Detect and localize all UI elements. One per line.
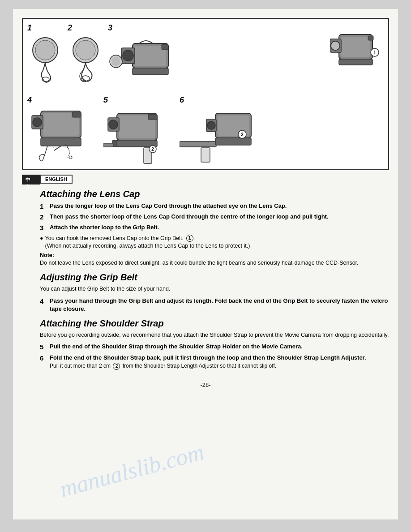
shoulder-strap-title: Attaching the Shoulder Strap xyxy=(40,318,389,329)
diagram-item-4: 4 ← → ↺ xyxy=(27,95,99,165)
step-num-2: 2 xyxy=(40,213,47,221)
svg-text:←: ← xyxy=(52,143,58,150)
lens-cap-step-2: 2 Then pass the shorter loop of the Lens… xyxy=(40,213,389,221)
diagram-svg-6: 2 xyxy=(180,107,269,165)
svg-rect-48 xyxy=(215,138,251,145)
svg-point-27 xyxy=(33,118,42,127)
diagram-svg-top-right: 1 xyxy=(330,23,384,77)
svg-point-4 xyxy=(76,40,95,60)
svg-rect-16 xyxy=(341,37,370,57)
svg-point-37 xyxy=(109,120,118,129)
lens-cap-step-1: 1 Pass the longer loop of the Lens Cap C… xyxy=(40,202,389,210)
svg-text:2: 2 xyxy=(241,132,244,137)
diagram-label-6: 6 xyxy=(180,95,184,105)
diagram-item-2: 2 xyxy=(68,23,103,84)
svg-rect-14 xyxy=(162,44,168,50)
lens-cap-bullet-1: ● You can hook the removed Lens Cap onto… xyxy=(40,235,389,250)
svg-point-53 xyxy=(207,121,215,129)
diagram-label-4: 4 xyxy=(27,95,32,105)
svg-rect-13 xyxy=(133,68,168,75)
diagram-item-6: 6 2 xyxy=(180,95,269,165)
svg-rect-29 xyxy=(41,138,81,146)
diagram-svg-4: ← → ↺ xyxy=(27,107,99,165)
note-text: Do not leave the Lens exposed to direct … xyxy=(40,259,389,267)
step-text-1: Pass the longer loop of the Lens Cap Cor… xyxy=(50,202,287,210)
step-num-6: 6 xyxy=(40,354,47,362)
note-label: Note: xyxy=(40,252,389,258)
watermark: manualslib.com xyxy=(57,438,207,502)
svg-rect-23 xyxy=(339,59,372,65)
lens-cap-bullet-text-1: You can hook the removed Lens Cap onto t… xyxy=(45,235,250,250)
right-column: ENGLISH Attaching the Lens Cap 1 Pass th… xyxy=(40,175,389,373)
svg-rect-38 xyxy=(148,114,157,120)
svg-point-1 xyxy=(35,40,55,60)
diagram-label-1: 1 xyxy=(27,23,32,33)
step-text-2: Then pass the shorter loop of the Lens C… xyxy=(50,213,329,221)
diagram-label-5: 5 xyxy=(103,95,108,105)
svg-rect-41 xyxy=(103,143,113,147)
step-num-3: 3 xyxy=(40,224,47,232)
diagram-svg-5: 2 xyxy=(103,107,175,165)
header-tags: ENGLISH xyxy=(40,175,389,184)
circle-1: 1 xyxy=(186,235,193,242)
svg-point-19 xyxy=(331,41,340,50)
page-number: -28- xyxy=(22,382,389,388)
shoulder-strap-step-6: 6 Fold the end of the Shoulder Strap bac… xyxy=(40,354,389,370)
diagram-svg-2 xyxy=(68,34,103,84)
svg-rect-20 xyxy=(368,36,373,40)
step-num-1: 1 xyxy=(40,202,47,210)
diagram-item-3: 3 xyxy=(108,23,180,88)
diagram-svg-3 xyxy=(108,34,180,88)
step-text-6: Fold the end of the Shoulder Strap back,… xyxy=(50,354,366,370)
step-text-5: Pull the end of the Shoulder Strap throu… xyxy=(50,343,303,351)
diagram-item-top-right: 1 xyxy=(330,23,384,77)
left-lang-tag: 中 文 xyxy=(22,175,40,184)
diagram-box: 1 2 xyxy=(22,18,389,170)
diagram-label-3: 3 xyxy=(108,23,112,33)
main-layout: 中 文 ENGLISH Attaching the Lens Cap 1 Pas… xyxy=(22,175,389,373)
step-6-small: Pull it out more than 2 cm 2 from the Sh… xyxy=(50,363,276,369)
step-text-3: Attach the shorter loop to the Grip Belt… xyxy=(50,223,159,232)
svg-text:↺: ↺ xyxy=(68,154,73,161)
grip-belt-step-4: 4 Pass your hand through the Grip Belt a… xyxy=(40,297,389,313)
circle-2: 2 xyxy=(113,363,120,370)
lens-cap-step-3: 3 Attach the shorter loop to the Grip Be… xyxy=(40,223,389,232)
step-text-4: Pass your hand through the Grip Belt and… xyxy=(50,297,389,313)
svg-point-11 xyxy=(111,57,120,66)
shoulder-strap-desc: Before you go recording outside, we reco… xyxy=(40,331,389,339)
svg-rect-47 xyxy=(180,142,216,147)
step-num-5: 5 xyxy=(40,343,47,351)
diagram-item-1: 1 xyxy=(27,23,63,84)
svg-rect-28 xyxy=(72,112,81,117)
diagram-item-5: 5 2 xyxy=(103,95,175,165)
grip-belt-desc: You can adjust the Grip Belt to the size… xyxy=(40,285,389,293)
shoulder-strap-step-5: 5 Pull the end of the Shoulder Strap thr… xyxy=(40,343,389,351)
svg-point-9 xyxy=(123,50,133,61)
grip-belt-title: Adjusting the Grip Belt xyxy=(40,272,389,283)
diagram-label-2: 2 xyxy=(68,23,72,33)
english-tag: ENGLISH xyxy=(40,175,73,184)
svg-rect-49 xyxy=(201,148,210,162)
step-num-4: 4 xyxy=(40,297,47,305)
diagram-svg-1 xyxy=(27,34,63,84)
svg-text:1: 1 xyxy=(373,50,376,55)
left-column: 中 文 xyxy=(22,175,40,373)
svg-text:2: 2 xyxy=(151,147,154,152)
lens-cap-title: Attaching the Lens Cap xyxy=(40,189,389,199)
